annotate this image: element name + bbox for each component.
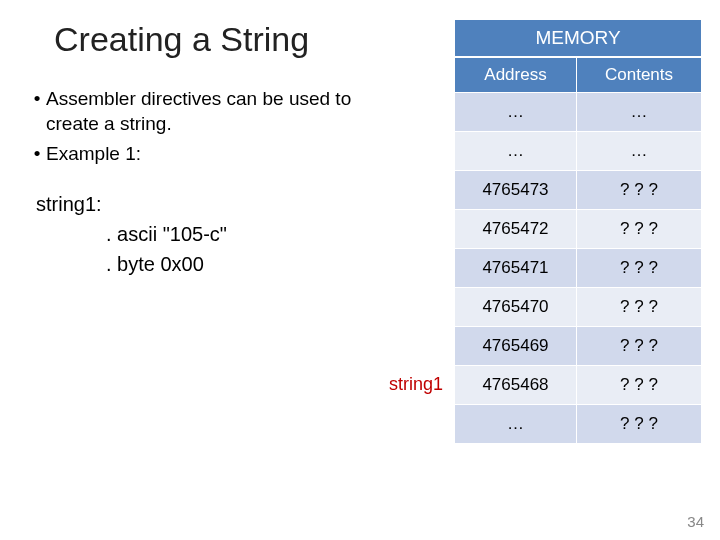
table-row: 4765472? ? ?	[455, 210, 702, 249]
memory-address-cell: 4765469	[455, 327, 577, 366]
page-number: 34	[687, 513, 704, 530]
table-row: 4765468string1? ? ?	[455, 366, 702, 405]
table-row: 4765471? ? ?	[455, 249, 702, 288]
memory-contents-cell: ? ? ?	[576, 366, 701, 405]
table-row: …? ? ?	[455, 405, 702, 444]
table-row: 4765473? ? ?	[455, 171, 702, 210]
memory-address-cell: …	[455, 132, 577, 171]
slide: Creating a String • Assembler directives…	[0, 0, 720, 540]
memory-address-cell: 4765468string1	[455, 366, 577, 405]
left-column: • Assembler directives can be used to cr…	[0, 87, 370, 279]
memory-contents-cell: …	[576, 132, 701, 171]
memory-contents-cell: …	[576, 93, 701, 132]
table-row: ……	[455, 93, 702, 132]
memory-contents-cell: ? ? ?	[576, 327, 701, 366]
bullet-item: • Assembler directives can be used to cr…	[28, 87, 370, 136]
memory-address-cell: 4765471	[455, 249, 577, 288]
memory-panel: MEMORY Address Contents …………4765473? ? ?…	[454, 19, 702, 444]
memory-contents-cell: ? ? ?	[576, 405, 701, 444]
bullet-dot-icon: •	[28, 142, 46, 167]
memory-contents-cell: ? ? ?	[576, 171, 701, 210]
memory-contents-cell: ? ? ?	[576, 288, 701, 327]
memory-table: Address Contents …………4765473? ? ?4765472…	[454, 57, 702, 444]
memory-address-cell: …	[455, 405, 577, 444]
code-block: string1: . ascii "105-c" . byte 0x00	[36, 189, 370, 279]
table-row: 4765469? ? ?	[455, 327, 702, 366]
code-ascii-line: . ascii "105-c"	[106, 219, 370, 249]
memory-header-address: Address	[455, 58, 577, 93]
memory-contents-cell: ? ? ?	[576, 210, 701, 249]
memory-contents-cell: ? ? ?	[576, 249, 701, 288]
memory-address-cell: 4765473	[455, 171, 577, 210]
memory-header-contents: Contents	[576, 58, 701, 93]
memory-address-cell: …	[455, 93, 577, 132]
memory-address-cell: 4765472	[455, 210, 577, 249]
code-label: string1:	[36, 189, 370, 219]
memory-row-label: string1	[389, 374, 443, 395]
code-byte-line: . byte 0x00	[106, 249, 370, 279]
memory-address-cell: 4765470	[455, 288, 577, 327]
table-row: 4765470? ? ?	[455, 288, 702, 327]
bullet-text: Assembler directives can be used to crea…	[46, 87, 370, 136]
content-area: • Assembler directives can be used to cr…	[0, 87, 720, 279]
bullet-text: Example 1:	[46, 142, 370, 167]
bullet-item: • Example 1:	[28, 142, 370, 167]
table-row: ……	[455, 132, 702, 171]
memory-title: MEMORY	[454, 19, 702, 57]
bullet-dot-icon: •	[28, 87, 46, 136]
